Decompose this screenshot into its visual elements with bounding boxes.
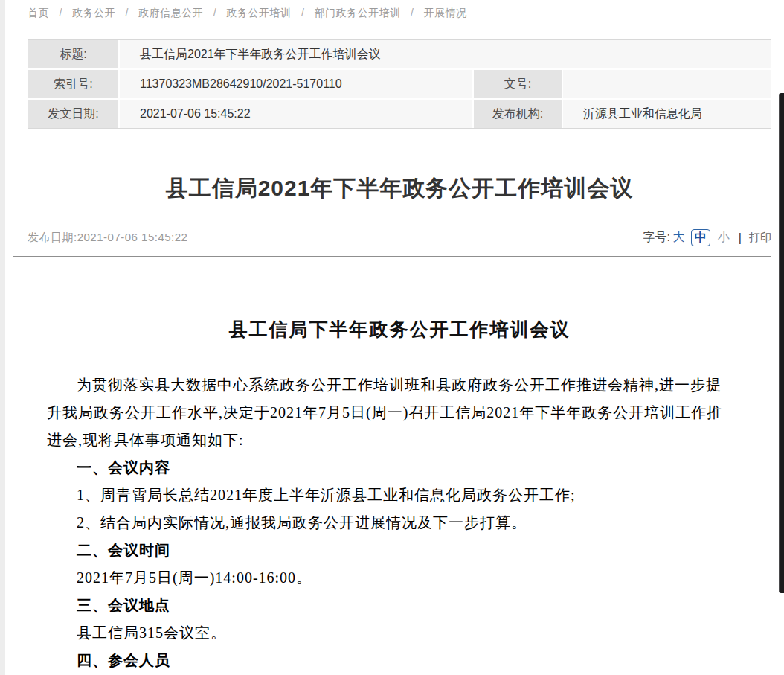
- meta-index-label: 索引号:: [28, 70, 118, 98]
- page-left-edge: [0, 0, 5, 675]
- article: 县工信局下半年政务公开工作培训会议 为贯彻落实县大数据中心系统政务公开工作培训班…: [28, 317, 771, 675]
- article-toolbar: 发布日期:2021-07-06 15:45:22 字号: 大 中 小 | 打印: [28, 229, 771, 246]
- breadcrumb-separator: /: [59, 7, 62, 19]
- vertical-scrollbar-thumb[interactable]: [779, 93, 784, 593]
- breadcrumb-home[interactable]: 首页: [28, 7, 49, 19]
- meta-org-label: 发布机构:: [474, 100, 562, 128]
- article-paragraph: 2、结合局内实际情况,通报我局政务公开进展情况及下一步打算。: [47, 509, 736, 537]
- article-section-heading: 三、会议地点: [47, 592, 736, 619]
- article-title: 县工信局下半年政务公开工作培训会议: [28, 317, 771, 342]
- meta-docnum-label: 文号:: [474, 70, 562, 98]
- article-section-heading: 四、参会人员: [47, 647, 736, 674]
- breadcrumb-separator: /: [213, 7, 216, 19]
- document-meta-table: 标题: 县工信局2021年下半年政务公开工作培训会议 索引号: 11370323…: [28, 39, 771, 129]
- breadcrumb-divider: [28, 28, 771, 28]
- breadcrumb-training[interactable]: 政务公开培训: [227, 7, 292, 19]
- meta-index-value: 11370323MB28642910/2021-5170110: [120, 70, 472, 98]
- font-size-controls: 字号: 大 中 小 | 打印: [643, 229, 771, 246]
- breadcrumb-zhengwugongkai[interactable]: 政务公开: [72, 7, 115, 19]
- content-page: 首页 / 政务公开 / 政府信息公开 / 政务公开培训 / 部门政务公开培训 /…: [28, 0, 771, 675]
- publish-date-value: 2021-07-06 15:45:22: [77, 231, 188, 243]
- article-paragraph: 1、周青霄局长总结2021年度上半年沂源县工业和信息化局政务公开工作;: [47, 482, 736, 509]
- meta-title-label: 标题:: [28, 40, 118, 68]
- font-size-large-button[interactable]: 大: [673, 230, 685, 246]
- publish-date-label: 发布日期:: [28, 231, 77, 243]
- article-paragraph: 2021年7月5日(周一)14:00-16:00。: [47, 564, 736, 592]
- meta-title-value: 县工信局2021年下半年政务公开工作培训会议: [120, 40, 771, 68]
- article-section-heading: 一、会议内容: [47, 454, 736, 482]
- breadcrumb-separator: /: [301, 7, 304, 19]
- article-body: 为贯彻落实县大数据中心系统政务公开工作培训班和县政府政务公开工作推进会精神,进一…: [47, 371, 736, 675]
- breadcrumb: 首页 / 政务公开 / 政府信息公开 / 政务公开培训 / 部门政务公开培训 /…: [28, 0, 771, 20]
- breadcrumb-separator: /: [126, 7, 129, 19]
- article-section-heading: 二、会议时间: [47, 537, 736, 564]
- font-size-label: 字号:: [643, 230, 669, 246]
- publish-date: 发布日期:2021-07-06 15:45:22: [28, 231, 187, 245]
- breadcrumb-separator: /: [411, 7, 414, 19]
- article-paragraph: 县工信局315会议室。: [47, 619, 736, 647]
- toolbar-separator: |: [739, 231, 742, 245]
- breadcrumb-dept-training[interactable]: 部门政务公开培训: [315, 7, 401, 19]
- breadcrumb-progress[interactable]: 开展情况: [424, 7, 467, 19]
- font-size-medium-button[interactable]: 中: [691, 229, 710, 246]
- meta-date-label: 发文日期:: [28, 100, 118, 128]
- font-size-small-button[interactable]: 小: [718, 230, 730, 246]
- page-title: 县工信局2021年下半年政务公开工作培训会议: [28, 173, 771, 204]
- article-paragraph: 为贯彻落实县大数据中心系统政务公开工作培训班和县政府政务公开工作推进会精神,进一…: [47, 371, 736, 454]
- header-divider: [13, 256, 771, 257]
- meta-org-value: 沂源县工业和信息化局: [563, 100, 771, 128]
- meta-date-value: 2021-07-06 15:45:22: [120, 100, 472, 128]
- meta-docnum-value: [563, 70, 771, 98]
- print-button[interactable]: 打印: [749, 231, 771, 245]
- breadcrumb-government-info[interactable]: 政府信息公开: [138, 7, 203, 19]
